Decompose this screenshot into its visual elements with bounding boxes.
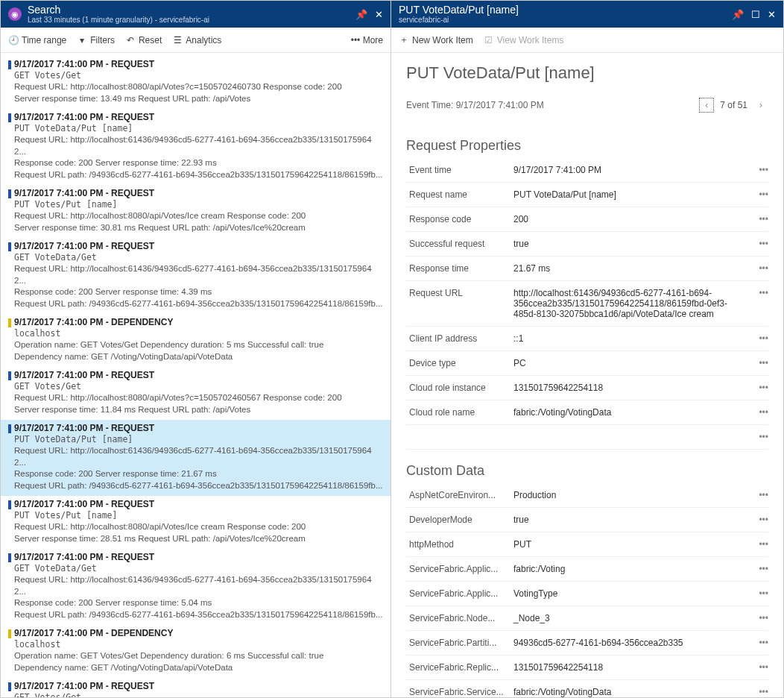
entry-operation: PUT Votes/Put [name] — [14, 510, 383, 521]
property-more-button[interactable]: ••• — [750, 631, 768, 655]
property-row: Cloud role instance131501759642254118••• — [406, 376, 768, 400]
property-more-button[interactable]: ••• — [750, 158, 768, 183]
entry-header: 9/17/2017 7:41:00 PM - REQUEST — [14, 423, 383, 433]
property-row: DeveloperModetrue••• — [406, 508, 768, 532]
entry-meta: Dependency name: GET /Voting/VotingData/… — [14, 662, 383, 674]
result-entry[interactable]: 9/17/2017 7:41:00 PM - REQUESTPUT VoteDa… — [1, 109, 391, 185]
result-entry[interactable]: 9/17/2017 7:41:00 PM - REQUESTPUT Votes/… — [1, 185, 391, 238]
entry-meta: Server response time: 30.81 ms Request U… — [14, 222, 383, 234]
property-more-button[interactable]: ••• — [750, 557, 768, 582]
property-key: Request name — [406, 183, 510, 207]
pin-icon[interactable]: 📌 — [355, 9, 367, 20]
property-value: fabric:/Voting — [510, 557, 750, 582]
entry-meta: Request URL: http://localhost:61436/9493… — [14, 445, 383, 468]
reset-button[interactable]: ↶Reset — [125, 35, 162, 45]
property-row: Cloud role namefabric:/Voting/VotingData… — [406, 400, 768, 425]
property-key: ServiceFabric.Node... — [406, 606, 510, 631]
property-key: Successful request — [406, 232, 510, 257]
property-more-button[interactable]: ••• — [750, 327, 768, 351]
search-title-bar: ◉ Search Last 33 minutes (1 minute granu… — [1, 1, 391, 28]
property-more-button[interactable]: ••• — [750, 232, 768, 257]
property-key: Request URL — [406, 281, 510, 327]
result-entry[interactable]: 9/17/2017 7:41:00 PM - REQUESTGET VoteDa… — [1, 238, 391, 314]
property-more-button[interactable]: ••• — [750, 400, 768, 425]
property-row: Request URLhttp://localhost:61436/94936c… — [406, 281, 768, 327]
new-work-item-button[interactable]: ＋New Work Item — [399, 35, 473, 45]
property-more-button[interactable]: ••• — [750, 680, 768, 698]
list-icon: ☑ — [484, 35, 494, 45]
detail-subtitle: servicefabric-ai — [399, 16, 519, 25]
pager-next-button[interactable]: › — [753, 98, 768, 113]
result-entry[interactable]: 9/17/2017 7:41:00 PM - REQUESTGET Votes/… — [1, 367, 391, 420]
pager-prev-button[interactable]: ‹ — [699, 98, 714, 113]
more-button[interactable]: ••• More — [351, 35, 383, 45]
detail-toolbar: ＋New Work Item ☑View Work Items — [391, 28, 783, 53]
accent-bar — [8, 60, 11, 69]
section-request-properties: Request Properties — [406, 138, 768, 154]
entry-operation: localhost — [14, 639, 383, 650]
entry-meta: Server response time: 13.49 ms Request U… — [14, 93, 383, 105]
results-list[interactable]: 9/17/2017 7:41:00 PM - REQUESTGET Votes/… — [1, 53, 391, 697]
property-row: ServiceFabric.Applic...VotingType••• — [406, 582, 768, 606]
entry-meta: Request URL: http://localhost:61436/9493… — [14, 263, 383, 286]
accent-bar — [8, 629, 11, 638]
property-more-button[interactable]: ••• — [750, 508, 768, 532]
property-more-button[interactable]: ••• — [750, 183, 768, 207]
entry-operation: GET Votes/Get — [14, 381, 383, 392]
property-row: Device typePC••• — [406, 351, 768, 376]
property-more-button[interactable]: ••• — [750, 351, 768, 376]
property-more-button[interactable]: ••• — [750, 582, 768, 606]
property-row: ServiceFabric.Node..._Node_3••• — [406, 606, 768, 631]
analytics-icon: ☰ — [172, 35, 183, 45]
search-subtitle: Last 33 minutes (1 minute granularity) -… — [28, 16, 209, 25]
property-more-button[interactable]: ••• — [750, 655, 768, 680]
property-key: httpMethod — [406, 532, 510, 557]
property-more-button[interactable]: ••• — [750, 207, 768, 232]
analytics-button[interactable]: ☰Analytics — [172, 35, 221, 45]
entry-operation: PUT Votes/Put [name] — [14, 199, 383, 210]
property-value: 131501759642254118 — [510, 376, 750, 400]
entry-meta: Response code: 200 Server response time:… — [14, 597, 383, 609]
result-entry[interactable]: 9/17/2017 7:41:00 PM - REQUESTPUT VoteDa… — [1, 420, 391, 496]
view-work-items-button[interactable]: ☑View Work Items — [484, 35, 564, 45]
property-value: 94936cd5-6277-4161-b694-356ccea2b335 — [510, 631, 750, 655]
entry-operation: GET Votes/Get — [14, 692, 383, 697]
property-row: ServiceFabric.Partiti...94936cd5-6277-41… — [406, 631, 768, 655]
property-more-button[interactable]: ••• — [750, 376, 768, 400]
property-key: ServiceFabric.Replic... — [406, 655, 510, 680]
result-entry[interactable]: 9/17/2017 7:41:00 PM - REQUESTPUT Votes/… — [1, 496, 391, 549]
entry-operation: PUT VoteData/Put [name] — [14, 123, 383, 133]
property-value: true — [510, 508, 750, 532]
more-properties-button[interactable]: ••• — [750, 425, 768, 450]
close-icon[interactable]: ✕ — [768, 9, 776, 20]
result-entry[interactable]: 9/17/2017 7:41:00 PM - REQUESTGET Votes/… — [1, 678, 391, 697]
entry-meta: Request URL: http://localhost:8080/api/V… — [14, 210, 383, 222]
property-more-button[interactable]: ••• — [750, 257, 768, 281]
property-more-button[interactable]: ••• — [750, 606, 768, 631]
entry-header: 9/17/2017 7:41:00 PM - DEPENDENCY — [14, 628, 383, 638]
property-key: Cloud role name — [406, 400, 510, 425]
result-entry[interactable]: 9/17/2017 7:41:00 PM - DEPENDENCYlocalho… — [1, 314, 391, 367]
property-more-button[interactable]: ••• — [750, 483, 768, 508]
property-value: VotingType — [510, 582, 750, 606]
property-row: Response code200••• — [406, 207, 768, 232]
property-row: AspNetCoreEnviron...Production••• — [406, 483, 768, 508]
entry-meta: Request URL: http://localhost:8080/api/V… — [14, 521, 383, 533]
entry-meta: Response code: 200 Server response time:… — [14, 157, 383, 169]
result-entry[interactable]: 9/17/2017 7:41:00 PM - REQUESTGET Votes/… — [1, 56, 391, 109]
property-more-button[interactable]: ••• — [750, 281, 768, 327]
custom-data-table: AspNetCoreEnviron...Production•••Develop… — [406, 483, 768, 697]
property-key: DeveloperMode — [406, 508, 510, 532]
property-row: Response time21.67 ms••• — [406, 257, 768, 281]
entry-meta: Request URL: http://localhost:61436/9493… — [14, 134, 383, 157]
pin-icon[interactable]: 📌 — [732, 9, 744, 20]
property-value: fabric:/Voting/VotingData — [510, 680, 750, 698]
result-entry[interactable]: 9/17/2017 7:41:00 PM - REQUESTGET VoteDa… — [1, 549, 391, 625]
maximize-icon[interactable]: ☐ — [751, 9, 760, 20]
property-key: ServiceFabric.Applic... — [406, 557, 510, 582]
time-range-button[interactable]: 🕘Time range — [8, 35, 66, 45]
close-icon[interactable]: ✕ — [375, 9, 383, 20]
result-entry[interactable]: 9/17/2017 7:41:00 PM - DEPENDENCYlocalho… — [1, 625, 391, 678]
property-more-button[interactable]: ••• — [750, 532, 768, 557]
filters-button[interactable]: ▾Filters — [77, 35, 115, 45]
